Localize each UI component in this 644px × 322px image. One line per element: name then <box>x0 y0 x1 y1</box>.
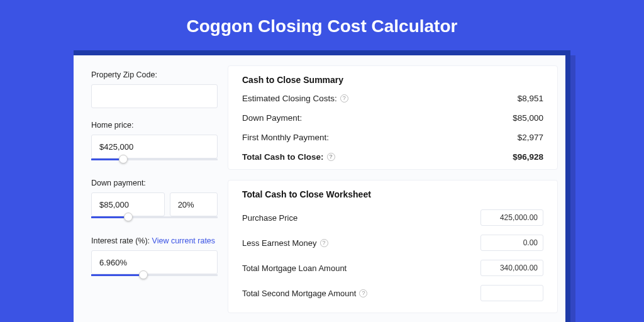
interest-rate-block: Interest rate (%): View current rates <box>91 236 218 286</box>
home-price-input[interactable] <box>91 135 218 158</box>
summary-value: $2,977 <box>518 133 543 142</box>
help-icon[interactable]: ? <box>327 153 335 161</box>
down-payment-block: Down payment: <box>91 179 218 228</box>
worksheet-label: Less Earnest Money <box>242 238 317 248</box>
slider-thumb[interactable] <box>124 213 133 221</box>
worksheet-input-earnest-money[interactable] <box>480 235 543 251</box>
down-payment-slider[interactable] <box>91 219 218 228</box>
slider-thumb[interactable] <box>139 270 148 279</box>
summary-title: Cash to Close Summary <box>242 75 543 85</box>
interest-label-text: Interest rate (%): <box>91 236 152 245</box>
home-price-label: Home price: <box>91 121 218 130</box>
zip-label: Property Zip Code: <box>91 70 218 79</box>
home-price-block: Home price: <box>91 121 218 170</box>
worksheet-input-purchase-price[interactable] <box>480 209 543 226</box>
summary-label: Estimated Closing Costs: <box>242 94 337 103</box>
summary-total-label: Total Cash to Close: <box>242 152 324 162</box>
worksheet-row-mortgage-amount: Total Mortgage Loan Amount <box>242 260 543 276</box>
slider-fill <box>91 158 119 160</box>
summary-row-total: Total Cash to Close: ? $96,928 <box>242 152 543 162</box>
down-payment-percent-input[interactable] <box>170 192 218 216</box>
worksheet-panel: Total Cash to Close Worksheet Purchase P… <box>228 180 558 313</box>
zip-block: Property Zip Code: <box>91 70 218 111</box>
slider-fill <box>91 216 124 218</box>
worksheet-row-earnest-money: Less Earnest Money ? <box>242 235 543 251</box>
worksheet-row-purchase-price: Purchase Price <box>242 209 543 226</box>
calculator-card: Property Zip Code: Home price: Down paym… <box>74 50 570 322</box>
worksheet-input-second-mortgage[interactable] <box>480 285 543 301</box>
summary-row-down-payment: Down Payment: $85,000 <box>242 113 543 123</box>
help-icon[interactable]: ? <box>340 94 348 103</box>
summary-value: $8,951 <box>518 94 543 103</box>
results-column: Cash to Close Summary Estimated Closing … <box>228 55 565 322</box>
worksheet-label: Total Mortgage Loan Amount <box>242 264 347 273</box>
interest-rate-label: Interest rate (%): View current rates <box>91 236 218 245</box>
interest-rate-slider[interactable] <box>91 277 218 286</box>
slider-fill <box>91 274 139 276</box>
summary-label: Down Payment: <box>242 113 302 123</box>
worksheet-row-second-mortgage: Total Second Mortgage Amount ? <box>242 285 543 301</box>
down-payment-label: Down payment: <box>91 179 218 187</box>
home-price-slider[interactable] <box>91 161 218 170</box>
help-icon[interactable]: ? <box>359 289 367 297</box>
inputs-column: Property Zip Code: Home price: Down paym… <box>74 55 228 322</box>
worksheet-input-mortgage-amount[interactable] <box>480 260 543 276</box>
view-current-rates-link[interactable]: View current rates <box>152 236 216 245</box>
worksheet-label: Purchase Price <box>242 213 297 223</box>
summary-label: First Monthly Payment: <box>242 133 329 142</box>
summary-value: $85,000 <box>513 113 543 123</box>
help-icon[interactable]: ? <box>320 239 328 247</box>
page-title: Coggon Closing Cost Calculator <box>0 0 644 50</box>
slider-thumb[interactable] <box>119 155 128 164</box>
summary-total-value: $96,928 <box>513 152 543 162</box>
worksheet-title: Total Cash to Close Worksheet <box>242 189 543 199</box>
summary-panel: Cash to Close Summary Estimated Closing … <box>228 65 558 170</box>
calculator-body: Property Zip Code: Home price: Down paym… <box>74 55 565 322</box>
interest-rate-input[interactable] <box>91 250 218 274</box>
summary-row-closing-costs: Estimated Closing Costs: ? $8,951 <box>242 94 543 103</box>
summary-row-first-payment: First Monthly Payment: $2,977 <box>242 133 543 142</box>
worksheet-label: Total Second Mortgage Amount <box>242 289 356 298</box>
zip-input[interactable] <box>91 84 218 108</box>
